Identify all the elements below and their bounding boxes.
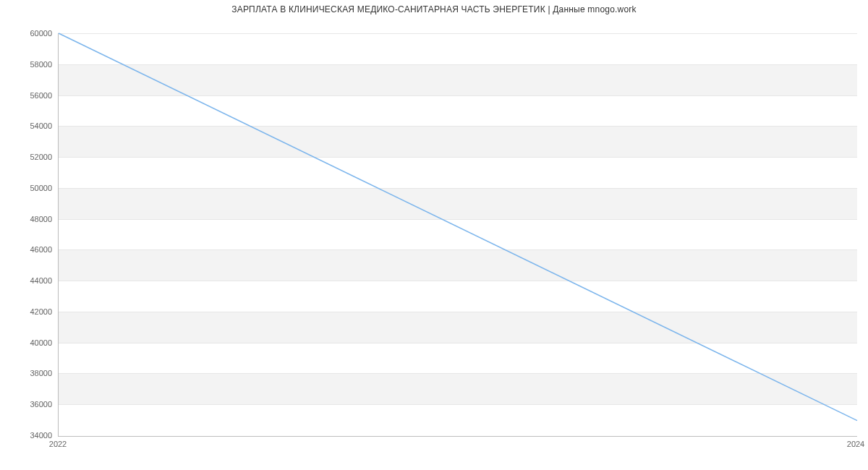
y-tick-label: 44000 [9, 276, 52, 285]
y-tick-label: 56000 [9, 91, 52, 100]
y-tick-label: 52000 [9, 153, 52, 161]
y-tick-label: 58000 [9, 60, 52, 69]
chart-container: ЗАРПЛАТА В КЛИНИЧЕСКАЯ МЕДИКО-САНИТАРНАЯ… [0, 0, 868, 470]
x-tick-label: 2024 [847, 440, 864, 448]
y-tick-label: 34000 [9, 431, 52, 440]
y-tick-label: 40000 [9, 338, 52, 347]
chart-title: ЗАРПЛАТА В КЛИНИЧЕСКАЯ МЕДИКО-САНИТАРНАЯ… [0, 4, 868, 14]
y-tick-label: 42000 [9, 307, 52, 316]
y-tick-label: 60000 [9, 29, 52, 38]
y-tick-label: 48000 [9, 215, 52, 223]
y-tick-label: 54000 [9, 121, 52, 130]
y-tick-label: 46000 [9, 245, 52, 254]
series-line [59, 33, 857, 421]
x-tick-label: 2022 [49, 440, 67, 448]
y-tick-label: 50000 [9, 184, 52, 192]
plot-area [58, 33, 857, 437]
line-layer [59, 33, 857, 436]
y-tick-label: 36000 [9, 400, 52, 409]
y-tick-label: 38000 [9, 369, 52, 377]
